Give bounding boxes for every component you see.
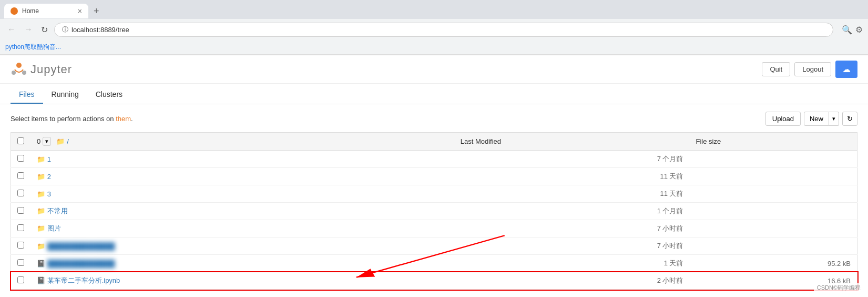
crumb-count: 0: [37, 137, 40, 145]
file-name-cell: 📁 3: [30, 185, 454, 203]
file-name-cell: 📁 2: [30, 168, 454, 185]
breadcrumb-row: 0 ▾ 📁 /: [37, 137, 448, 146]
table-row: 📁 17 个月前: [11, 151, 857, 168]
file-link[interactable]: 某车帝二手车分析.ipynb: [47, 276, 120, 284]
zoom-icon[interactable]: 🔍: [842, 25, 852, 35]
row-checkbox[interactable]: [17, 259, 24, 266]
settings-icon[interactable]: ⚙: [855, 25, 863, 35]
tab-files[interactable]: Files: [11, 86, 43, 104]
file-name-cell: 📓 某车帝二手车分析.ipynb: [30, 272, 454, 290]
logout-button[interactable]: Logout: [794, 62, 831, 76]
file-list-body: 📁 17 个月前📁 211 天前📁 311 天前📁 不常用1 个月前📁 图片7 …: [11, 151, 857, 290]
breadcrumb-header-row: 0 ▾ 📁 / Last Modified File size: [11, 133, 857, 151]
url-bar[interactable]: ⓘ localhost:8889/tree: [54, 23, 833, 37]
size-cell: [689, 220, 857, 237]
table-row: 📁 ██████████████7 小时前: [11, 237, 857, 255]
tab-running[interactable]: Running: [43, 86, 87, 104]
nav-tabs: Files Running Clusters: [0, 86, 868, 104]
bookmark-item[interactable]: python爬取酷狗音...: [5, 43, 61, 52]
browser-chrome: Home × + ← → ↻ ⓘ localhost:8889/tree 🔍 ⚙…: [0, 0, 868, 55]
svg-point-1: [22, 71, 26, 75]
row-checkbox[interactable]: [17, 276, 24, 283]
row-checkbox-cell: [11, 151, 31, 168]
new-button[interactable]: New: [804, 112, 829, 126]
crumb-dropdown-btn[interactable]: ▾: [43, 137, 51, 146]
user-icon-button[interactable]: ☁: [835, 61, 857, 78]
modified-cell: 11 天前: [454, 168, 690, 185]
size-cell: [689, 185, 857, 203]
tab-title: Home: [22, 7, 74, 15]
row-checkbox-cell: [11, 272, 31, 290]
select-info-highlight: them: [116, 115, 131, 123]
file-link[interactable]: 图片: [47, 224, 61, 232]
new-dropdown-button[interactable]: ▾: [829, 112, 839, 126]
table-row: 📓 ██████████████1 天前95.2 kB: [11, 255, 857, 272]
size-cell: [689, 237, 857, 255]
file-link[interactable]: 2: [47, 173, 51, 181]
modified-cell: 7 小时前: [454, 237, 690, 255]
new-button-group: New ▾: [804, 112, 839, 126]
row-checkbox[interactable]: [17, 172, 24, 179]
refresh-button[interactable]: ↻: [39, 23, 50, 37]
size-cell: 95.2 kB: [689, 255, 857, 272]
jupyter-app: Jupyter Quit Logout ☁ Files Running Clus…: [0, 55, 868, 297]
notebook-icon: 📓: [37, 260, 47, 268]
table-row: 📁 图片7 小时前: [11, 220, 857, 237]
breadcrumb-cell: 0 ▾ 📁 /: [30, 133, 454, 151]
jupyter-logo: Jupyter: [11, 61, 72, 78]
new-tab-button[interactable]: +: [90, 5, 103, 18]
folder-icon: 📁: [37, 224, 47, 232]
row-checkbox[interactable]: [17, 242, 24, 249]
upload-button[interactable]: Upload: [765, 112, 801, 126]
size-cell: [689, 203, 857, 220]
file-link[interactable]: 1: [47, 155, 51, 163]
table-row: 📁 211 天前: [11, 168, 857, 185]
row-checkbox[interactable]: [17, 224, 24, 231]
jupyter-header: Jupyter Quit Logout ☁: [0, 55, 868, 84]
file-link[interactable]: 不常用: [47, 207, 68, 215]
jupyter-logo-text: Jupyter: [30, 63, 72, 76]
modified-cell: 7 个月前: [454, 151, 690, 168]
breadcrumb-link[interactable]: /: [67, 137, 69, 145]
tab-bar: Home × +: [0, 0, 868, 19]
url-text: localhost:8889/tree: [72, 26, 129, 34]
select-all-checkbox[interactable]: [17, 137, 24, 144]
file-link[interactable]: 3: [47, 190, 51, 198]
table-row: 📁 不常用1 个月前: [11, 203, 857, 220]
notebook-icon: 📓: [37, 276, 47, 284]
select-all-cell[interactable]: [11, 133, 31, 151]
file-link[interactable]: ██████████████: [47, 242, 115, 250]
toolbar-actions: Upload New ▾ ↻: [765, 112, 857, 126]
last-modified-header[interactable]: Last Modified: [454, 133, 690, 151]
file-link[interactable]: ██████████████: [47, 260, 115, 268]
row-checkbox[interactable]: [17, 155, 24, 162]
table-row: 📓 某车帝二手车分析.ipynb2 小时前16.6 kB: [11, 272, 857, 290]
watermark: CSDN©码学编程: [814, 283, 864, 293]
row-checkbox[interactable]: [17, 190, 24, 196]
file-name-cell: 📁 不常用: [30, 203, 454, 220]
file-table-container: 0 ▾ 📁 / Last Modified File size 📁 17 个月前…: [11, 132, 857, 290]
modified-cell: 2 小时前: [454, 272, 690, 290]
row-checkbox-cell: [11, 255, 31, 272]
browser-icons: 🔍 ⚙: [842, 25, 863, 35]
tab-clusters[interactable]: Clusters: [87, 86, 131, 104]
file-name-cell: 📁 1: [30, 151, 454, 168]
back-button[interactable]: ←: [5, 23, 18, 36]
modified-cell: 11 天前: [454, 185, 690, 203]
row-checkbox-cell: [11, 168, 31, 185]
file-size-header[interactable]: File size: [689, 133, 857, 151]
file-name-cell: 📁 图片: [30, 220, 454, 237]
refresh-files-button[interactable]: ↻: [842, 112, 857, 126]
modified-cell: 1 天前: [454, 255, 690, 272]
active-tab[interactable]: Home ×: [4, 4, 88, 18]
forward-button[interactable]: →: [22, 23, 35, 36]
row-checkbox[interactable]: [17, 207, 24, 214]
folder-icon-crumb: 📁: [56, 137, 65, 145]
table-row: 📁 311 天前: [11, 185, 857, 203]
folder-icon: 📁: [37, 173, 47, 181]
file-name-cell: 📁 ██████████████: [30, 237, 454, 255]
tab-close-btn[interactable]: ×: [78, 7, 82, 15]
folder-icon: 📁: [37, 207, 47, 215]
quit-button[interactable]: Quit: [762, 62, 790, 76]
modified-cell: 7 小时前: [454, 220, 690, 237]
